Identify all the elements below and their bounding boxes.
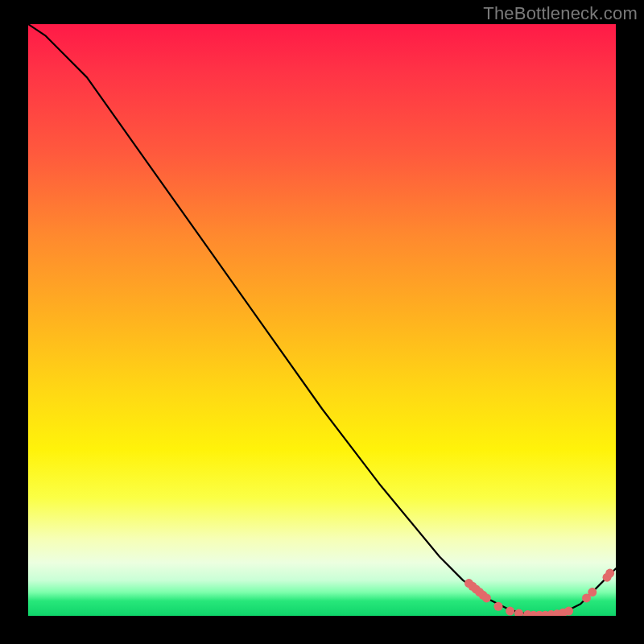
chart-curve (28, 24, 616, 616)
chart-marker (506, 607, 514, 616)
plot-area (28, 24, 616, 616)
chart-marker (564, 607, 573, 616)
chart-markers (464, 569, 614, 616)
chart-svg (28, 24, 616, 616)
chart-marker (482, 593, 491, 602)
chart-marker (494, 602, 503, 611)
chart-container: TheBottleneck.com (0, 0, 644, 644)
watermark-text: TheBottleneck.com (483, 3, 638, 24)
chart-marker (514, 609, 523, 616)
chart-marker (605, 569, 614, 578)
chart-marker (588, 588, 597, 597)
